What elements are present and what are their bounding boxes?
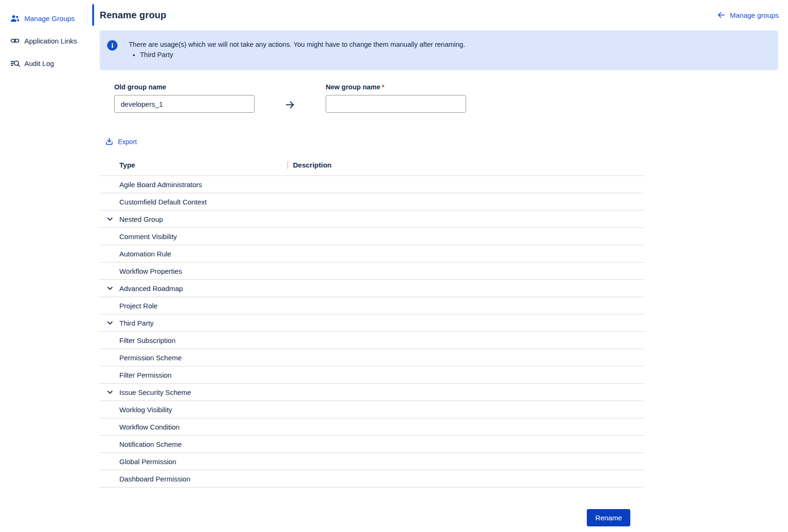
type-label: Issue Security Scheme — [119, 388, 191, 396]
type-cell: Notification Scheme — [100, 440, 287, 448]
type-label: Agile Board Administrators — [119, 181, 202, 189]
sidebar-item-label: Application Links — [24, 37, 77, 45]
sidebar-item-label: Audit Log — [24, 59, 54, 67]
type-cell: Global Permission — [100, 458, 287, 466]
new-group-field-group: New group name* — [326, 83, 466, 113]
audit-log-icon — [10, 58, 20, 68]
table-row: Comment Visibility — [100, 228, 644, 245]
type-label: Worklog Visibility — [119, 406, 172, 414]
usages-table: Type Description Agile Board Administrat… — [100, 154, 644, 488]
type-cell: Workflow Properties — [100, 267, 287, 275]
type-cell: Nested Group — [100, 215, 287, 223]
actions-row: Rename — [92, 509, 644, 526]
type-cell: Comment Visibility — [100, 233, 287, 240]
type-cell: Filter Subscription — [100, 336, 287, 344]
type-cell: Dashboard Permission — [100, 475, 287, 483]
type-cell: Customfield Default Context — [100, 198, 287, 206]
type-label: Workflow Properties — [119, 267, 182, 275]
info-banner-body: There are usage(s) which we will not tak… — [129, 40, 465, 60]
sidebar-item-audit-log[interactable]: Audit Log — [0, 52, 92, 74]
new-group-input[interactable] — [326, 95, 466, 113]
rename-button[interactable]: Rename — [587, 509, 630, 526]
column-header-description: Description — [287, 161, 644, 169]
type-label: Workflow Condition — [119, 423, 180, 431]
title-accent-bar — [92, 4, 94, 26]
back-arrow-icon — [716, 10, 726, 20]
table-row: Issue Security Scheme — [100, 384, 644, 401]
table-header-row: Type Description — [100, 154, 644, 176]
table-row: Advanced Roadmap — [100, 280, 644, 297]
column-header-type: Type — [100, 161, 287, 169]
table-body: Agile Board Administrators Customfield D… — [100, 176, 644, 488]
type-cell: Third Party — [100, 319, 287, 327]
type-label: Dashboard Permission — [119, 475, 190, 483]
table-row: Filter Subscription — [100, 332, 644, 349]
old-group-input[interactable] — [114, 95, 255, 113]
type-label: Nested Group — [119, 215, 163, 223]
table-row: Notification Scheme — [100, 436, 644, 453]
type-label: Filter Subscription — [119, 336, 175, 344]
table-row: Nested Group — [100, 211, 644, 228]
sidebar-item-application-links[interactable]: Application Links — [0, 29, 92, 52]
sidebar-item-manage-groups[interactable]: Manage Groups — [0, 7, 92, 29]
type-cell: Agile Board Administrators — [100, 181, 287, 189]
type-cell: Automation Rule — [100, 250, 287, 258]
old-group-label: Old group name — [114, 83, 255, 91]
sidebar: Manage Groups Application Links Audit Lo… — [0, 0, 92, 532]
old-group-field-group: Old group name — [114, 83, 255, 113]
table-row: Automation Rule — [100, 245, 644, 262]
type-label: Global Permission — [119, 458, 176, 466]
table-row: Worklog Visibility — [100, 401, 644, 418]
info-banner-list-item: Third Party — [140, 50, 465, 60]
table-row: Customfield Default Context — [100, 193, 644, 211]
type-cell: Workflow Condition — [100, 423, 287, 431]
type-label: Notification Scheme — [119, 440, 182, 448]
info-banner-message: There are usage(s) which we will not tak… — [129, 40, 465, 50]
type-cell: Project Role — [100, 302, 287, 310]
rename-form: Old group name New group name* — [114, 83, 788, 114]
export-button[interactable]: Export — [105, 137, 137, 146]
type-cell: Issue Security Scheme — [100, 388, 287, 396]
type-label: Customfield Default Context — [119, 198, 207, 206]
type-label: Automation Rule — [119, 250, 171, 258]
info-banner-list: Third Party — [129, 50, 465, 60]
download-icon — [105, 137, 114, 146]
page-title: Rename group — [100, 10, 166, 21]
type-cell: Permission Scheme — [100, 354, 287, 362]
people-icon — [10, 14, 20, 23]
table-row: Workflow Properties — [100, 262, 644, 280]
back-link-label: Manage groups — [730, 11, 779, 19]
table-row: Dashboard Permission — [100, 470, 644, 488]
new-group-label: New group name* — [326, 83, 466, 91]
main-content: Rename group Manage groups i There are u… — [92, 0, 788, 532]
table-row: Third Party — [100, 314, 644, 332]
type-label: Advanced Roadmap — [119, 284, 183, 292]
info-banner: i There are usage(s) which we will not t… — [100, 30, 778, 70]
sidebar-item-label: Manage Groups — [24, 15, 75, 22]
page-header: Rename group Manage groups — [92, 0, 788, 30]
type-label: Permission Scheme — [119, 354, 182, 362]
type-label: Project Role — [119, 302, 158, 310]
link-icon — [10, 36, 20, 45]
type-cell: Worklog Visibility — [100, 406, 287, 414]
export-label: Export — [118, 138, 137, 146]
table-row: Agile Board Administrators — [100, 176, 644, 193]
info-icon: i — [107, 40, 117, 51]
table-row: Permission Scheme — [100, 349, 644, 366]
type-label: Third Party — [119, 319, 153, 327]
type-label: Filter Permission — [119, 371, 172, 379]
chevron-down-icon[interactable] — [106, 319, 114, 327]
table-row: Global Permission — [100, 453, 644, 470]
back-to-manage-groups-link[interactable]: Manage groups — [716, 10, 779, 20]
chevron-down-icon[interactable] — [106, 215, 114, 223]
type-label: Comment Visibility — [119, 233, 177, 240]
right-arrow-icon — [255, 96, 326, 114]
chevron-down-icon[interactable] — [106, 284, 114, 292]
table-row: Filter Permission — [100, 366, 644, 384]
table-row: Project Role — [100, 297, 644, 314]
type-cell: Filter Permission — [100, 371, 287, 379]
required-asterisk: * — [382, 83, 385, 91]
table-row: Workflow Condition — [100, 418, 644, 436]
type-cell: Advanced Roadmap — [100, 284, 287, 292]
chevron-down-icon[interactable] — [106, 388, 114, 396]
